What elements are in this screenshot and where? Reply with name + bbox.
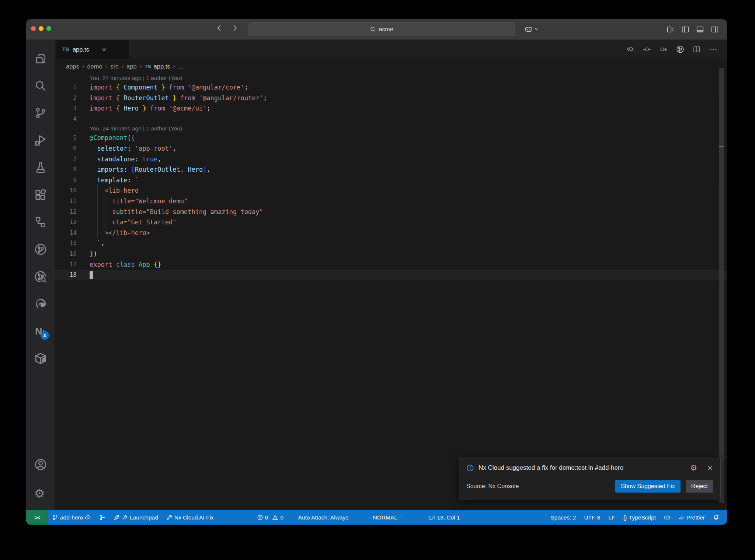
status-item-cursor-position[interactable]: Ln 18, Col 1 [425, 510, 464, 525]
notification-close-icon[interactable] [707, 465, 713, 471]
prev-change-icon[interactable] [626, 45, 634, 53]
copilot-menu[interactable] [525, 25, 539, 33]
status-label: TypeScript [629, 514, 656, 521]
breadcrumb-item-app[interactable]: app [126, 63, 137, 70]
bell-dot-icon [713, 514, 719, 521]
zoom-window-button[interactable] [46, 26, 51, 31]
status-item-auto-attach[interactable]: Auto Attach: Always [294, 510, 352, 525]
code-line-4[interactable]: 4 [55, 114, 727, 125]
toggle-primary-sidebar-icon[interactable] [681, 25, 689, 34]
line-text: import { RouterOutlet } from '@angular/r… [77, 93, 267, 104]
code-line-6[interactable]: 6 selector: 'app-root', [55, 143, 727, 154]
status-item-problems[interactable]: 00 [253, 510, 288, 525]
activity-item-edge-devtools[interactable] [32, 290, 49, 318]
code-line-17[interactable]: 17export class App {} [55, 259, 727, 270]
breadcrumb-separator: › [82, 63, 84, 70]
command-center-search[interactable]: acme [248, 22, 515, 36]
code-line-3[interactable]: 3import { Hero } from '@acme/ui'; [55, 103, 727, 114]
status-item-vim-mode[interactable]: -- NORMAL -- [363, 510, 407, 525]
line-number: 8 [55, 164, 77, 175]
activity-item-project-structure[interactable] [32, 209, 49, 236]
activity-item-source-control[interactable] [32, 99, 49, 127]
blame-annotation: You, 24 minutes ago | 1 author (You) [55, 74, 727, 82]
close-window-button[interactable] [31, 26, 36, 31]
code-line-8[interactable]: 8 imports: [RouterOutlet, Hero], [55, 164, 727, 175]
split-editor-icon[interactable] [693, 45, 701, 53]
code-line-5[interactable]: 5@Component({ [55, 133, 727, 143]
status-item-encoding[interactable]: UTF-8 [580, 510, 604, 525]
status-label: add-hero [60, 514, 83, 521]
activity-item-run-and-debug[interactable] [32, 127, 49, 154]
line-text: template: ` [77, 175, 139, 186]
line-text: <lib-hero [77, 185, 139, 196]
status-item-nx-ai-fix[interactable]: Nx Cloud AI Fix [162, 510, 218, 525]
minimize-window-button[interactable] [39, 26, 44, 31]
breadcrumb-item-file[interactable]: TSapp.ts [145, 63, 170, 70]
code-area[interactable]: You, 24 minutes ago | 1 author (You)1imp… [55, 74, 727, 510]
code-line-11[interactable]: 11 title="Welcmoe demo" [55, 196, 727, 207]
show-suggested-fix-button[interactable]: Show Suggested Fix [615, 480, 681, 493]
status-item-bell[interactable] [709, 510, 723, 525]
breadcrumb-symbol-tail[interactable]: ... [178, 63, 183, 70]
explorer-icon [34, 52, 47, 65]
activity-item-explorer[interactable] [32, 45, 49, 72]
code-line-10[interactable]: 10 <lib-hero [55, 185, 727, 196]
line-number: 4 [55, 114, 77, 125]
info-icon [466, 464, 474, 472]
activity-item-settings[interactable]: ⚙ [32, 479, 49, 507]
error-circle-icon [257, 514, 263, 521]
next-change-icon[interactable] [660, 45, 668, 53]
breadcrumb-separator: › [140, 63, 142, 70]
status-item-language[interactable]: {}TypeScript [619, 510, 660, 525]
status-label: -- NORMAL -- [368, 514, 403, 521]
status-item-eol[interactable]: LF [604, 510, 619, 525]
code-line-2[interactable]: 2import { RouterOutlet } from '@angular/… [55, 93, 727, 104]
line-number: 12 [55, 207, 77, 217]
activity-item-search[interactable] [32, 72, 49, 99]
reject-button[interactable]: Reject [686, 480, 713, 493]
navigate-back-icon[interactable] [215, 24, 223, 32]
code-line-15[interactable]: 15 `, [55, 238, 727, 249]
customize-layout-icon[interactable] [667, 25, 675, 34]
notification-title: Nx Cloud suggested a fix for demo:test i… [479, 464, 686, 472]
code-line-12[interactable]: 12 subtitle="Build something amazing tod… [55, 207, 727, 217]
navigate-forward-icon[interactable] [231, 24, 239, 32]
status-item-copilot[interactable] [660, 510, 674, 525]
toggle-secondary-sidebar-icon[interactable] [711, 25, 719, 34]
plug-icon [122, 514, 128, 521]
code-line-16[interactable]: 16}) [55, 249, 727, 259]
code-line-7[interactable]: 7 standalone: true, [55, 154, 727, 165]
activity-item-accounts[interactable] [32, 451, 49, 479]
breadcrumb-item-src[interactable]: src [110, 63, 118, 70]
code-line-1[interactable]: 1import { Component } from '@angular/cor… [55, 82, 727, 93]
code-line-9[interactable]: 9 template: ` [55, 175, 727, 186]
close-tab-icon[interactable]: × [102, 46, 106, 53]
change-marker-icon[interactable] [643, 45, 651, 53]
editor-scrollbar[interactable] [719, 68, 724, 503]
breadcrumb-item-apps[interactable]: apps [66, 63, 79, 70]
toggle-panel-icon[interactable] [696, 25, 704, 34]
activity-item-gitlens[interactable] [32, 236, 49, 263]
status-item-launchpad[interactable]: Launchpad [109, 510, 162, 525]
status-item-indentation[interactable]: Spaces: 2 [546, 510, 580, 525]
activity-item-testing[interactable] [32, 154, 49, 181]
remote-indicator[interactable]: >< [26, 510, 48, 525]
activity-item-nx-console[interactable]: N›3 [32, 318, 49, 345]
more-actions-icon[interactable] [709, 45, 717, 53]
status-item-branch[interactable]: add-hero [48, 510, 95, 525]
breadcrumb-item-demo[interactable]: demo [87, 63, 102, 70]
git-graph-icon[interactable] [676, 45, 684, 53]
status-item-prettier[interactable]: Prettier [674, 510, 709, 525]
code-line-18[interactable]: 18 [55, 270, 727, 280]
tab-app-ts[interactable]: TS app.ts × [56, 40, 129, 59]
activity-item-extensions[interactable] [32, 181, 49, 209]
activity-item-gitlens-inspect[interactable] [32, 263, 49, 290]
status-label: Auto Attach: Always [298, 514, 348, 521]
activity-item-containers[interactable] [32, 345, 49, 372]
code-line-13[interactable]: 13 cta="Get Started" [55, 217, 727, 228]
notification-settings-gear-icon[interactable]: ⚙ [690, 463, 697, 472]
code-line-14[interactable]: 14 ></lib-hero> [55, 228, 727, 238]
status-item-commit-graph[interactable] [95, 510, 109, 525]
breadcrumb-separator: › [105, 63, 108, 70]
status-bar: >< add-heroLaunchpadNx Cloud AI Fix00Aut… [26, 510, 727, 525]
